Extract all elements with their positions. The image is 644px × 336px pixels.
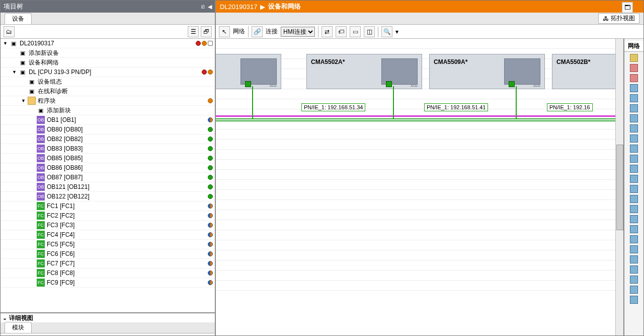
toolbar-button-palette[interactable]: 🗔: [622, 2, 633, 13]
tree-row[interactable]: FCFC8 [FC8]: [1, 268, 215, 278]
device-card[interactable]: CMA5502A*DL: [306, 54, 422, 89]
vertical-scrollbar[interactable]: [615, 39, 623, 335]
catalog-item[interactable]: [630, 124, 638, 132]
catalog-item[interactable]: [630, 64, 638, 72]
tree-row[interactable]: OBOB1 [OB1]: [1, 115, 215, 125]
pin-icon[interactable]: ⎚: [201, 4, 205, 10]
toolbar-button-relations[interactable]: ⇄: [321, 26, 333, 37]
tree-row[interactable]: ▣设备和网络: [1, 58, 215, 68]
catalog-item[interactable]: [630, 265, 638, 274]
tree-row[interactable]: OBOB85 [OB85]: [1, 154, 215, 163]
ethernet-port-icon[interactable]: [245, 81, 251, 87]
catalog-item[interactable]: [630, 114, 638, 122]
tree-row[interactable]: OBOB87 [OB87]: [1, 173, 215, 182]
tab-devices[interactable]: 设备: [5, 13, 32, 24]
tree-row[interactable]: OBOB80 [OB80]: [1, 125, 215, 135]
editor-panel: DL20190317 ▶ 设备和网络 🖧 拓扑视图 ↖ 网络 🔗 连接 HMI连…: [216, 1, 643, 335]
project-tree[interactable]: ▼▣DL20190317▣添加新设备▣设备和网络▼▣DL [CPU 319-3 …: [1, 39, 215, 312]
detail-view-titlebar[interactable]: ⌄ 详细视图: [1, 312, 215, 322]
ethernet-port-icon[interactable]: [509, 81, 515, 87]
toolbar-button-zoom[interactable]: 🔍: [381, 26, 392, 37]
tree-tool-button-2[interactable]: ☰: [188, 26, 199, 37]
catalog-item[interactable]: [630, 205, 638, 213]
device-card[interactable]: 03A*DL: [216, 54, 281, 89]
tree-row[interactable]: ▣在线和诊断: [1, 87, 215, 96]
tree-expander-icon[interactable]: ▼: [3, 41, 8, 46]
address-tag[interactable]: PN/IE_1: 192.16: [547, 103, 593, 111]
tree-expander-icon: [30, 204, 35, 209]
tree-row[interactable]: OBOB121 [OB121]: [1, 182, 215, 192]
tree-row[interactable]: OBOB86 [OB86]: [1, 163, 215, 173]
topology-view-button[interactable]: 🖧 拓扑视图: [598, 13, 639, 24]
catalog-item[interactable]: [630, 165, 638, 173]
folder-icon: [28, 97, 36, 105]
catalog-item[interactable]: [630, 235, 638, 243]
tree-expander-icon: [21, 79, 26, 85]
tree-row-label: OB121 [OB121]: [47, 183, 90, 190]
tree-expander-icon: [30, 194, 35, 199]
catalog-item[interactable]: [630, 245, 638, 253]
tree-row[interactable]: OBOB122 [OB122]: [1, 192, 215, 201]
collapse-left-icon[interactable]: ◀: [208, 4, 212, 10]
tree-row[interactable]: FCFC7 [FC7]: [1, 259, 215, 268]
toolbar-button-connection[interactable]: 🔗: [252, 26, 263, 37]
tree-expander-icon[interactable]: ▼: [21, 98, 26, 104]
network-canvas[interactable]: 03A*DL: 192.168.51.35CMA5502A*DLPN/IE_1:…: [216, 39, 623, 291]
catalog-item[interactable]: [630, 255, 638, 263]
tree-row[interactable]: ▣设备组态: [1, 77, 215, 87]
catalog-tab-network[interactable]: 网络: [624, 41, 643, 52]
device-card[interactable]: CMA5502B*DL: [552, 54, 623, 89]
tree-row[interactable]: FCFC3 [FC3]: [1, 221, 215, 230]
tree-row[interactable]: FCFC6 [FC6]: [1, 249, 215, 259]
toolbar-button-addresses[interactable]: 🏷: [336, 26, 347, 37]
catalog-item[interactable]: [630, 195, 638, 203]
toolbar-button-pageview[interactable]: ◫: [364, 26, 375, 37]
catalog-item[interactable]: [630, 175, 638, 183]
catalog-item[interactable]: [630, 155, 638, 163]
tree-tool-button-1[interactable]: 🗂: [4, 26, 15, 37]
tree-row[interactable]: ▣添加新块: [1, 106, 215, 115]
catalog-item[interactable]: [630, 104, 638, 112]
zoom-dropdown-icon[interactable]: ▾: [395, 28, 398, 35]
catalog-item[interactable]: [630, 276, 638, 284]
catalog-item[interactable]: [630, 74, 638, 82]
tree-expander-icon[interactable]: ▼: [12, 70, 17, 75]
tree-row[interactable]: OBOB83 [OB83]: [1, 144, 215, 154]
address-tag[interactable]: PN/IE_1: 192.168.51.41: [424, 103, 488, 111]
address-tag[interactable]: PN/IE_1: 192.168.51.34: [301, 103, 365, 111]
network-canvas-viewport[interactable]: 03A*DL: 192.168.51.35CMA5502A*DLPN/IE_1:…: [216, 39, 623, 335]
tree-row[interactable]: ▣添加新设备: [1, 48, 215, 58]
tree-row[interactable]: FCFC2 [FC2]: [1, 211, 215, 221]
device-module[interactable]: [381, 58, 418, 85]
catalog-item[interactable]: [630, 296, 638, 304]
tree-row[interactable]: ▼▣DL [CPU 319-3 PN/DP]: [1, 68, 215, 77]
tree-row[interactable]: FCFC4 [FC4]: [1, 230, 215, 240]
device-module[interactable]: [240, 58, 277, 85]
catalog-item[interactable]: [630, 145, 638, 153]
tab-modules[interactable]: 模块: [5, 322, 32, 333]
tree-row[interactable]: ▼程序块: [1, 96, 215, 106]
catalog-item[interactable]: [630, 54, 638, 62]
connection-type-select[interactable]: HMI连接: [281, 27, 315, 37]
device-module[interactable]: [504, 58, 540, 85]
status-dot-half: [208, 280, 213, 285]
breadcrumb-project: DL20190317: [220, 3, 257, 11]
toolbar-button-cursor[interactable]: ↖: [219, 26, 230, 37]
ethernet-port-icon[interactable]: [386, 81, 392, 87]
catalog-item[interactable]: [630, 135, 638, 143]
catalog-item[interactable]: [630, 215, 638, 223]
tree-row[interactable]: FCFC1 [FC1]: [1, 201, 215, 211]
catalog-item[interactable]: [630, 286, 638, 294]
tree-tool-button-3[interactable]: 🗗: [201, 26, 212, 37]
scrollbar-thumb[interactable]: [616, 145, 623, 230]
tree-row[interactable]: ▼▣DL20190317: [1, 39, 215, 48]
tree-row[interactable]: FCFC5 [FC5]: [1, 240, 215, 249]
tree-row[interactable]: FCFC9 [FC9]: [1, 278, 215, 288]
catalog-item[interactable]: [630, 84, 638, 92]
catalog-item[interactable]: [630, 225, 638, 233]
catalog-item[interactable]: [630, 185, 638, 193]
catalog-item[interactable]: [630, 94, 638, 102]
device-card[interactable]: CMA5509A*DL: [429, 54, 545, 89]
toolbar-button-zoomarea[interactable]: ▭: [350, 26, 361, 37]
tree-row[interactable]: OBOB82 [OB82]: [1, 135, 215, 144]
